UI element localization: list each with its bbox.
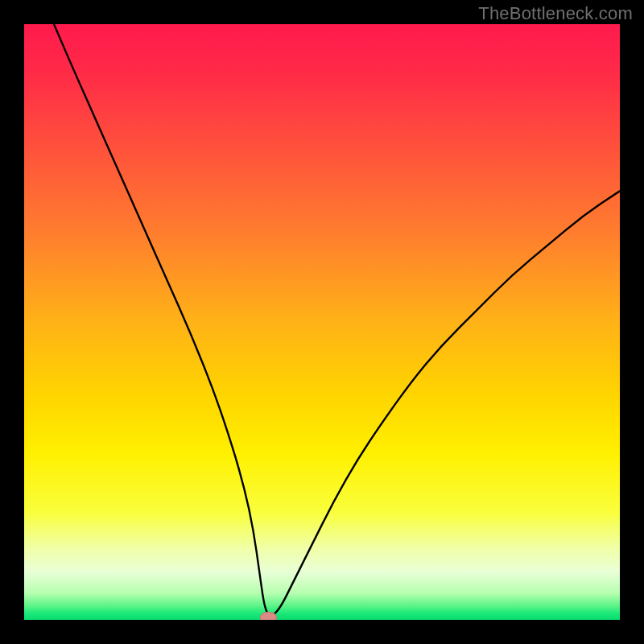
bottleneck-chart (24, 24, 620, 620)
chart-frame: TheBottleneck.com (0, 0, 644, 644)
watermark-text: TheBottleneck.com (478, 3, 633, 24)
optimal-point-marker (260, 612, 277, 620)
plot-area (24, 24, 620, 620)
gradient-background (24, 24, 620, 620)
